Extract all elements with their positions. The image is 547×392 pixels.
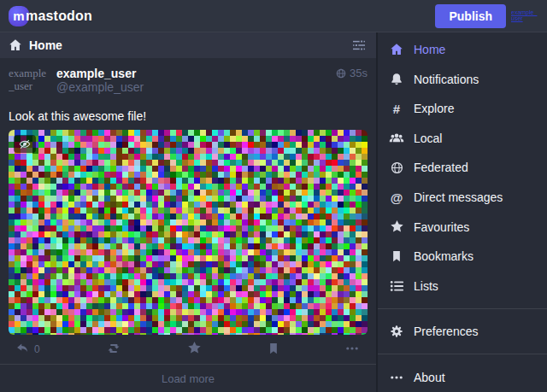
attachment-noise-image[interactable] [9,130,368,335]
sidebar-divider [378,354,547,354]
star-icon [388,219,405,234]
sidebar-item-lists[interactable]: Lists [378,271,547,301]
sliders-settings-button[interactable] [350,37,368,54]
navigation-sidebar: HomeNotifications#ExploreLocalFederated@… [376,32,547,392]
account-handle: @example_user [56,80,144,94]
sidebar-item-label: Lists [414,279,438,293]
hashtag-icon: # [388,102,405,115]
reply-button[interactable]: 0 [12,338,44,361]
boost-icon [106,342,121,358]
home-icon [9,38,22,52]
ellipsis-icon [388,371,405,384]
sidebar-item-home[interactable]: Home [378,35,547,65]
at-icon: @ [388,191,405,204]
status-post: example_user example_user @example_user … [0,58,376,364]
display-name[interactable]: example_user [56,67,136,80]
reply-icon [15,342,30,358]
top-bar: m mastodon Publish example_user [0,0,547,32]
sidebar-divider [378,308,547,309]
sidebar-item-label: Favourites [414,220,469,234]
sidebar-item-label: Direct messages [414,190,503,204]
media-attachment [9,130,368,335]
sidebar-item-label: Explore [414,102,454,115]
sidebar-item-label: About [414,371,445,384]
boost-button[interactable] [103,338,125,361]
sidebar-item-label: Local [414,132,442,145]
brand-wordmark: mastodon [26,9,92,24]
globe-icon [336,68,346,79]
main-area: Home example_user example_user @example_… [0,32,547,392]
status-action-bar: 0 [9,335,368,364]
sidebar-item-favourites[interactable]: Favourites [378,212,547,242]
sidebar-item-preferences[interactable]: Preferences [378,317,547,347]
users-icon [388,132,405,145]
sidebar-item-notifications[interactable]: Notifications [378,65,547,95]
status-timestamp-link[interactable]: 35s [336,67,368,79]
favourite-button[interactable] [184,337,205,361]
bookmark-icon [268,342,279,358]
sidebar-item-federated[interactable]: Federated [378,153,547,183]
home-icon [388,43,405,56]
list-icon [388,279,405,293]
sidebar-item-label: Notifications [414,73,479,86]
reply-count: 0 [34,343,40,355]
eye-slash-icon[interactable] [14,135,36,153]
timestamp: 35s [350,67,368,79]
sidebar-item-label: Home [414,43,445,56]
home-timeline-column: Home example_user example_user @example_… [0,32,376,392]
bookmark-icon [388,249,405,263]
sidebar-item-local[interactable]: Local [378,124,547,154]
star-icon [187,341,202,358]
sidebar-item-about[interactable]: About [378,362,547,392]
column-header: Home [0,32,376,58]
status-header: example_user example_user @example_user … [9,67,368,106]
sidebar-item-label: Preferences [414,325,478,338]
ellipsis-icon [345,342,359,358]
bookmark-button[interactable] [264,338,283,361]
gear-icon [388,325,405,338]
sidebar-item-bookmarks[interactable]: Bookmarks [378,242,547,272]
status-content: Look at this awesome file! [9,109,368,123]
sidebar-item-explore[interactable]: #Explore [378,94,547,124]
avatar[interactable]: example_user [9,67,48,106]
column-title: Home [29,38,62,52]
bell-icon [388,73,405,86]
mastodon-brand-link[interactable]: m mastodon [9,6,92,26]
more-button[interactable] [342,338,362,361]
globe-icon [388,161,405,174]
author-name-block: example_user @example_user [56,67,144,94]
sidebar-item-label: Bookmarks [414,249,473,263]
sidebar-item-direct-messages[interactable]: @Direct messages [378,183,547,213]
sidebar-item-label: Federated [414,161,468,174]
account-link[interactable]: example_user [511,9,540,22]
load-more-button[interactable]: Load more [0,364,376,392]
publish-button[interactable]: Publish [435,4,506,28]
